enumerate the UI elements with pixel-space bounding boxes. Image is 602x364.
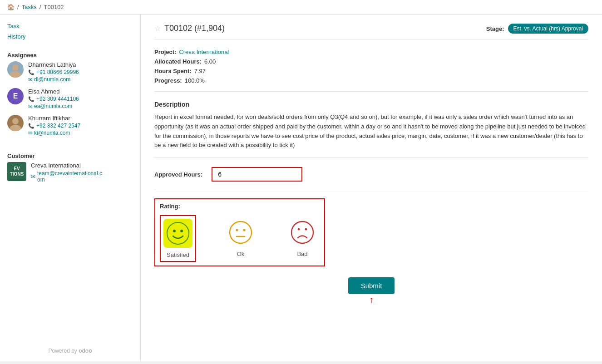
breadcrumb-tasks[interactable]: Tasks <box>22 4 37 10</box>
rating-satisfied[interactable]: Satisfied <box>160 215 196 262</box>
sidebar-nav: Task History <box>7 22 133 41</box>
assignee-item: E Eisa Ahmed 📞 +92 309 4441106 ✉ ea@numl… <box>7 88 133 109</box>
assignee-email: ✉ ea@numla.com <box>28 103 79 109</box>
svg-point-9 <box>243 229 246 231</box>
task-header: ☆ T00102 (#1,904) Stage: Est. vs. Actual… <box>154 24 588 39</box>
task-meta: Project: Creva International Allocated H… <box>154 49 588 92</box>
description-title: Description <box>154 101 588 108</box>
assignee-name: Eisa Ahmed <box>28 88 79 95</box>
assignee-info: Eisa Ahmed 📞 +92 309 4441106 ✉ ea@numla.… <box>28 88 79 109</box>
svg-point-8 <box>236 229 238 231</box>
avatar <box>7 115 24 131</box>
svg-point-3 <box>10 125 21 131</box>
breadcrumb-task-id: T00102 <box>44 4 64 10</box>
meta-project: Project: Creva International <box>154 49 588 55</box>
phone-icon: 📞 <box>28 69 35 75</box>
assignee-info: Khurram Iftikhar 📞 +92 332 427 2547 ✉ ki… <box>28 115 80 136</box>
approved-hours-label: Approved Hours: <box>154 171 202 178</box>
sidebar: Task History Assignees Dharmesh Lathiya … <box>0 15 141 361</box>
customer-section: Customer EVTIONS Creva International ✉ t… <box>7 149 133 183</box>
avatar: E <box>7 88 24 104</box>
assignee-phone: 📞 +92 309 4441106 <box>28 96 79 102</box>
satisfied-label: Satisfied <box>167 251 189 258</box>
rating-bad[interactable]: Bad <box>285 215 320 260</box>
submit-area: Submit ↑ <box>154 277 588 294</box>
svg-point-5 <box>173 230 176 232</box>
assignee-item: Dharmesh Lathiya 📞 +91 88666 29996 ✉ dl@… <box>7 61 133 83</box>
ok-label: Ok <box>237 251 245 257</box>
email-icon: ✉ <box>28 130 32 136</box>
approved-hours-section: Approved Hours: <box>154 167 588 189</box>
phone-icon: 📞 <box>28 96 35 102</box>
svg-point-7 <box>230 221 252 243</box>
svg-point-4 <box>167 222 189 244</box>
svg-point-2 <box>12 118 19 124</box>
star-icon[interactable]: ☆ <box>154 24 161 33</box>
home-icon[interactable]: 🏠 <box>7 4 15 10</box>
stage-badge[interactable]: Est. vs. Actual (hrs) Approval <box>508 24 588 34</box>
project-link[interactable]: Creva International <box>179 49 229 55</box>
rating-options: Satisfied Ok <box>160 215 320 262</box>
breadcrumb: 🏠 / Tasks / T00102 <box>0 0 602 15</box>
assignee-info: Dharmesh Lathiya 📞 +91 88666 29996 ✉ dl@… <box>28 61 79 83</box>
customer-logo: EVTIONS <box>7 162 26 181</box>
meta-allocated-hours: Allocated Hours: 6.00 <box>154 58 588 65</box>
odoo-brand: odoo <box>79 348 92 354</box>
email-icon: ✉ <box>28 103 32 109</box>
stage-area: Stage: Est. vs. Actual (hrs) Approval <box>486 24 588 34</box>
customer-item: EVTIONS Creva International ✉ team@creva… <box>7 162 133 183</box>
main-content: ☆ T00102 (#1,904) Stage: Est. vs. Actual… <box>141 15 602 361</box>
email-icon: ✉ <box>28 77 32 83</box>
svg-point-12 <box>298 228 300 231</box>
rating-section: Rating: Satisfied <box>154 198 588 266</box>
avatar <box>7 61 24 78</box>
bad-label: Bad <box>297 251 307 257</box>
svg-point-6 <box>180 230 183 232</box>
powered-by: Powered by odoo <box>7 340 133 354</box>
stage-label: Stage: <box>486 25 504 32</box>
customer-info: Creva International ✉ team@crevainternat… <box>31 162 102 183</box>
description-section: Description Report in excel format neede… <box>154 101 588 158</box>
approved-hours-input[interactable] <box>212 167 302 182</box>
assignee-phone: 📞 +92 332 427 2547 <box>28 123 80 129</box>
assignee-phone: 📞 +91 88666 29996 <box>28 69 79 75</box>
smiley-satisfied <box>163 219 192 248</box>
phone-icon: 📞 <box>28 123 35 129</box>
assignee-email: ✉ ki@numla.com <box>28 130 80 136</box>
assignee-name: Dharmesh Lathiya <box>28 61 79 68</box>
meta-hours-spent: Hours Spent: 7.97 <box>154 68 588 74</box>
svg-point-0 <box>12 64 19 71</box>
customer-title: Customer <box>7 152 133 159</box>
svg-point-1 <box>10 71 21 78</box>
task-title: T00102 (#1,904) <box>164 24 225 33</box>
rating-title: Rating: <box>160 203 320 210</box>
meta-progress: Progress: 100.0% <box>154 77 588 84</box>
assignee-email: ✉ dl@numla.com <box>28 76 79 83</box>
email-icon: ✉ <box>31 173 35 180</box>
assignee-item: Khurram Iftikhar 📞 +92 332 427 2547 ✉ ki… <box>7 115 133 136</box>
assignees-section: Assignees Dharmesh Lathiya 📞 +91 88666 2… <box>7 48 133 142</box>
description-text: Report in excel format needed, for won d… <box>154 113 588 150</box>
smiley-ok <box>226 218 255 247</box>
submit-button[interactable]: Submit <box>348 277 395 294</box>
assignees-title: Assignees <box>7 52 133 59</box>
svg-point-13 <box>305 228 307 231</box>
sidebar-item-history[interactable]: History <box>7 32 133 41</box>
customer-name: Creva International <box>31 162 102 169</box>
sidebar-item-task[interactable]: Task <box>7 22 133 30</box>
smiley-bad <box>288 218 317 247</box>
rating-ok[interactable]: Ok <box>223 215 258 260</box>
arrow-indicator: ↑ <box>369 295 374 305</box>
assignee-name: Khurram Iftikhar <box>28 115 80 122</box>
svg-point-11 <box>291 221 313 243</box>
customer-email: ✉ team@crevainternational.com <box>31 170 102 183</box>
task-title-area: ☆ T00102 (#1,904) <box>154 24 225 33</box>
